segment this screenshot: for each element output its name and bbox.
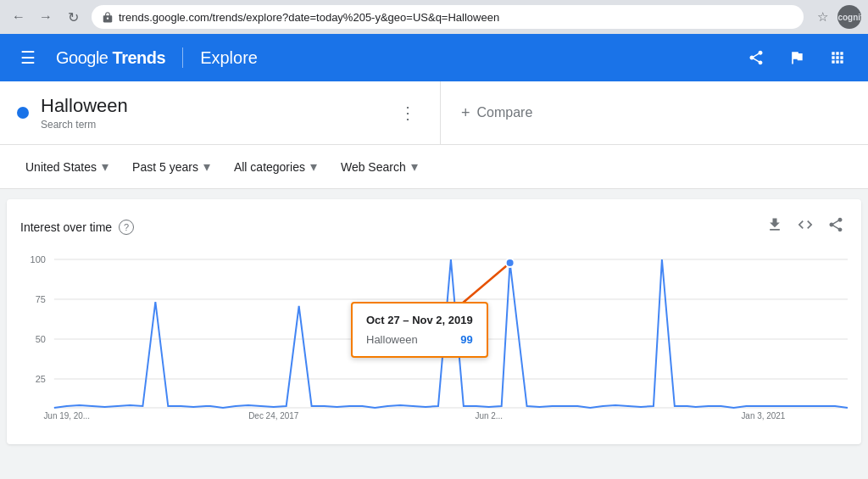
- header-divider: [182, 47, 183, 68]
- download-icon: [766, 216, 783, 233]
- svg-text:Jun 19, 20...: Jun 19, 20...: [43, 411, 90, 421]
- chart-actions: [763, 213, 848, 241]
- tooltip-value: 99: [460, 333, 472, 346]
- compare-box[interactable]: + Compare: [441, 81, 553, 144]
- chart-container: 100 75 50 25 Jun 19, 20... Dec 24, 2017 …: [20, 251, 848, 437]
- chart-title: Interest over time: [20, 220, 112, 234]
- gt-logo: Google Trends: [56, 48, 165, 68]
- search-term-menu-button[interactable]: ⋮: [392, 96, 423, 130]
- svg-text:25: 25: [36, 374, 46, 384]
- search-term-type: Search term: [41, 119, 381, 131]
- lock-icon: [102, 11, 114, 23]
- svg-text:Dec 24, 2017: Dec 24, 2017: [248, 411, 299, 421]
- url-text: trends.google.com/trends/explore?date=to…: [119, 11, 793, 24]
- header-icons: [739, 41, 854, 75]
- address-bar[interactable]: trends.google.com/trends/explore?date=to…: [92, 5, 804, 29]
- share-button[interactable]: [739, 41, 773, 75]
- region-chevron-icon: ▾: [102, 159, 108, 175]
- help-icon: ?: [124, 222, 129, 232]
- time-chevron-icon: ▾: [203, 159, 210, 175]
- search-term-box: Halloween Search term ⋮: [0, 81, 441, 144]
- time-filter-label: Past 5 years: [132, 160, 198, 174]
- code-icon: [797, 216, 814, 233]
- back-button[interactable]: ←: [7, 5, 31, 29]
- explore-label: Explore: [200, 48, 258, 68]
- forward-button[interactable]: →: [34, 5, 58, 29]
- chart-tooltip: Oct 27 – Nov 2, 2019 Halloween 99: [351, 302, 488, 358]
- search-type-filter-label: Web Search: [341, 160, 406, 174]
- browser-chrome: ← → ↻ trends.google.com/trends/explore?d…: [0, 0, 868, 34]
- search-term-info: Halloween Search term: [41, 95, 381, 131]
- search-type-chevron-icon: ▾: [411, 159, 418, 175]
- tooltip-date: Oct 27 – Nov 2, 2019: [366, 314, 473, 326]
- compare-label: Compare: [477, 105, 533, 120]
- category-filter-button[interactable]: All categories ▾: [225, 153, 326, 180]
- download-button[interactable]: [763, 213, 787, 241]
- region-filter-label: United States: [25, 160, 97, 174]
- time-filter-button[interactable]: Past 5 years ▾: [124, 153, 219, 180]
- flag-button[interactable]: [780, 41, 814, 75]
- browser-actions: ☆ Incognito: [810, 5, 861, 29]
- flag-icon: [788, 49, 805, 66]
- search-dot: [17, 107, 29, 119]
- search-term-name: Halloween: [41, 95, 381, 117]
- svg-point-10: [506, 259, 515, 267]
- nav-buttons: ← → ↻: [7, 5, 85, 29]
- compare-plus-icon: +: [461, 104, 470, 122]
- region-filter-button[interactable]: United States ▾: [17, 153, 117, 180]
- embed-button[interactable]: [793, 213, 817, 241]
- share-chart-button[interactable]: [824, 213, 848, 241]
- chart-section: Interest over time ? 10: [7, 199, 861, 444]
- apps-icon: [829, 49, 846, 66]
- chart-title-row: Interest over time ?: [20, 220, 134, 235]
- incognito-button[interactable]: Incognito: [837, 5, 861, 29]
- tooltip-row: Halloween 99: [366, 333, 473, 346]
- search-type-filter-button[interactable]: Web Search ▾: [332, 153, 426, 180]
- svg-text:100: 100: [31, 254, 46, 265]
- reload-button[interactable]: ↻: [61, 5, 85, 29]
- svg-text:Jun 2...: Jun 2...: [475, 411, 503, 421]
- apps-button[interactable]: [821, 41, 854, 75]
- share-icon: [748, 49, 765, 66]
- menu-button[interactable]: ☰: [14, 41, 42, 75]
- incognito-label: Incognito: [831, 13, 869, 22]
- filter-bar: United States ▾ Past 5 years ▾ All categ…: [0, 145, 868, 189]
- gt-logo-bold: Trends: [113, 48, 166, 67]
- gt-header: ☰ Google Trends Explore: [0, 34, 868, 81]
- svg-text:Jan 3, 2021: Jan 3, 2021: [741, 411, 785, 421]
- search-area: Halloween Search term ⋮ + Compare: [0, 81, 868, 145]
- category-filter-label: All categories: [234, 160, 305, 174]
- category-chevron-icon: ▾: [310, 159, 317, 175]
- chart-header: Interest over time ?: [20, 213, 848, 241]
- share-chart-icon: [827, 216, 844, 233]
- svg-text:50: 50: [36, 334, 46, 344]
- chart-help-button[interactable]: ?: [119, 220, 134, 235]
- tooltip-term: Halloween: [366, 333, 418, 346]
- svg-text:75: 75: [36, 294, 46, 304]
